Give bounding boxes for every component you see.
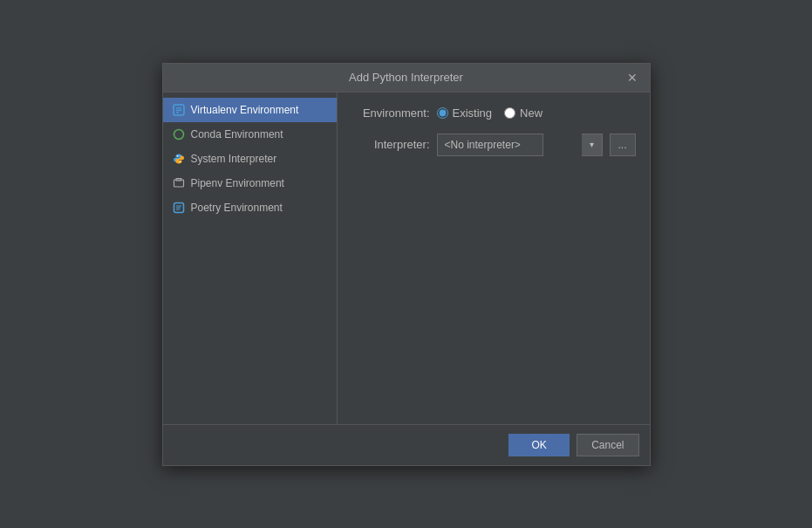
sidebar-item-pipenv-label: Pipenv Environment <box>191 177 284 189</box>
title-bar: Add Python Interpreter ✕ <box>163 64 650 93</box>
interpreter-label: Interpreter: <box>351 138 430 151</box>
browse-button[interactable]: ... <box>610 134 636 156</box>
environment-radio-group: Existing New <box>437 106 543 120</box>
add-python-interpreter-dialog: Add Python Interpreter ✕ Virtualenv Envi… <box>162 63 651 466</box>
environment-row: Environment: Existing New <box>351 106 636 120</box>
close-button[interactable]: ✕ <box>625 71 639 85</box>
content-area: Environment: Existing New Interpreter: <box>338 93 650 424</box>
sidebar-item-virtualenv-label: Virtualenv Environment <box>191 104 299 116</box>
interpreter-select[interactable]: <No interpreter> <box>437 134 543 156</box>
dropdown-arrow-icon[interactable]: ▾ <box>582 134 603 156</box>
virtualenv-icon <box>172 103 186 117</box>
sidebar-item-poetry[interactable]: Poetry Environment <box>163 195 337 220</box>
sidebar: Virtualenv Environment Conda Environment <box>163 93 338 424</box>
pipenv-icon <box>172 176 186 190</box>
sidebar-item-virtualenv[interactable]: Virtualenv Environment <box>163 98 337 122</box>
interpreter-select-wrapper: <No interpreter> ▾ <box>437 134 603 156</box>
sidebar-item-system[interactable]: System Interpreter <box>163 147 337 171</box>
cancel-button[interactable]: Cancel <box>577 434 638 456</box>
ok-button[interactable]: OK <box>508 434 570 456</box>
sidebar-item-pipenv[interactable]: Pipenv Environment <box>163 171 337 195</box>
sidebar-item-poetry-label: Poetry Environment <box>191 202 283 214</box>
dialog-body: Virtualenv Environment Conda Environment <box>163 93 650 424</box>
python-icon <box>172 152 186 166</box>
dialog-title: Add Python Interpreter <box>188 71 625 84</box>
sidebar-item-system-label: System Interpreter <box>191 153 277 165</box>
conda-icon <box>172 127 186 141</box>
sidebar-item-conda[interactable]: Conda Environment <box>163 122 337 147</box>
new-label: New <box>520 106 542 120</box>
svg-point-6 <box>179 161 181 162</box>
existing-option[interactable]: Existing <box>437 106 493 120</box>
svg-point-4 <box>174 129 183 139</box>
interpreter-row: Interpreter: <No interpreter> ▾ ... <box>351 134 636 156</box>
existing-label: Existing <box>453 106 493 120</box>
dialog-footer: OK Cancel <box>163 424 650 465</box>
environment-label: Environment: <box>351 106 430 120</box>
new-radio[interactable] <box>504 107 515 119</box>
new-option[interactable]: New <box>504 106 542 120</box>
poetry-icon <box>172 201 186 215</box>
existing-radio[interactable] <box>437 107 448 119</box>
sidebar-item-conda-label: Conda Environment <box>191 128 283 141</box>
svg-point-5 <box>176 155 178 157</box>
